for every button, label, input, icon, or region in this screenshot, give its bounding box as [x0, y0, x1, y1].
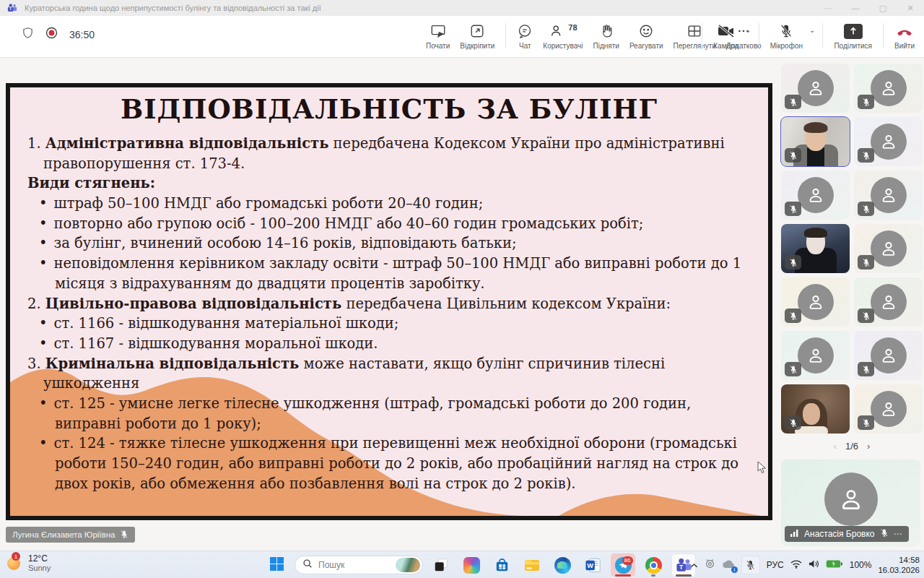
language-indicator[interactable]: РУС: [767, 560, 784, 570]
task-view-taskbar-icon[interactable]: [429, 553, 453, 577]
taskbar-search[interactable]: Пошук: [295, 556, 423, 574]
participant-avatar-tile[interactable]: [854, 277, 923, 327]
camera-button[interactable]: Камера: [708, 20, 744, 52]
word-taskbar-icon[interactable]: W: [580, 553, 605, 577]
participant-avatar-tile[interactable]: [854, 224, 923, 273]
participant-count-badge: 78: [568, 23, 577, 32]
mic-chevron-icon[interactable]: ⌄: [809, 26, 815, 34]
mic-off-icon: [779, 22, 793, 40]
pinned-participant-name: Анастасія Бровко: [804, 529, 875, 539]
presenter-name-pill: Лугина Єлизавета Юріївна: [6, 527, 135, 543]
edge-taskbar-icon[interactable]: [550, 553, 575, 577]
camera-chevron-icon[interactable]: ⌄: [745, 26, 751, 34]
recording-icon: [45, 27, 58, 42]
participant-avatar-tile[interactable]: [781, 64, 850, 113]
meeting-stage: ВІДПОВІДАЛЬНІСТЬ ЗА БУЛІНГ 1. Адміністра…: [0, 58, 924, 551]
participant-avatar-tile[interactable]: [854, 117, 923, 166]
participant-avatar-tile[interactable]: [854, 384, 923, 434]
mic-muted-icon: [785, 415, 801, 430]
speaker-icon[interactable]: [808, 558, 819, 571]
chrome-taskbar-icon[interactable]: [641, 553, 666, 577]
slide-paragraph: 1. Адміністративна відповідальність пере…: [27, 134, 751, 173]
slide-paragraph: •повторно або групою осіб - 100–200 НМДГ…: [27, 214, 751, 234]
tray-date: 16.03.2026: [878, 565, 920, 575]
avatar: [871, 337, 907, 374]
slide-paragraph: •ст. 1167 - відшкодування моральної шкод…: [27, 334, 751, 354]
participant-avatar-tile[interactable]: [854, 64, 923, 113]
pagination-next-icon[interactable]: ›: [867, 441, 870, 452]
slide-paragraph: •ст. 125 - умисне легке тілесне ушкоджен…: [27, 394, 751, 434]
window-close-button[interactable]: ✕: [897, 0, 924, 16]
participant-video-tile[interactable]: [781, 224, 850, 273]
chat-button[interactable]: Чат: [512, 20, 538, 52]
window-titlebar: T Кураторська година щодо неприпустимост…: [0, 0, 924, 16]
unpin-button[interactable]: Відкріпити: [455, 20, 500, 52]
meeting-timer: 36:50: [69, 29, 95, 40]
avatar: [871, 70, 907, 106]
people-button[interactable]: 78Користувачі: [538, 20, 588, 52]
slide-paragraph: 3. Кримінальна відповідальність може нас…: [27, 354, 751, 394]
start-button[interactable]: [264, 553, 289, 577]
participant-avatar-tile[interactable]: [781, 171, 850, 220]
slide-paragraph: •за булінг, вчинений особою 14–16 років,…: [27, 233, 751, 254]
pagination-prev-icon[interactable]: ‹: [834, 441, 837, 452]
tray-mic-muted-icon[interactable]: [741, 556, 760, 574]
participant-avatar-tile[interactable]: [781, 331, 850, 380]
toolbar-button-label: Користувачі: [543, 42, 583, 50]
window-maximize-button[interactable]: ▢: [869, 0, 897, 16]
wifi-icon[interactable]: [790, 558, 802, 571]
mic-muted-icon: [120, 530, 128, 540]
toolbar-button-label: Відкріпити: [460, 42, 494, 50]
signal-bars-icon: [790, 529, 799, 539]
participant-video-tile[interactable]: [781, 117, 850, 166]
avatar: [871, 284, 907, 320]
participant-avatar-tile[interactable]: [854, 331, 923, 380]
store-taskbar-icon[interactable]: [489, 553, 514, 577]
battery-icon[interactable]: [826, 558, 843, 571]
start-share-button[interactable]: Почати: [421, 20, 455, 52]
react-button[interactable]: Реагувати: [624, 20, 668, 52]
participant-video-tile[interactable]: [781, 384, 850, 434]
slide-paragraph: 2. Цивільно-правова відповідальність пер…: [27, 294, 751, 314]
participant-avatar-tile[interactable]: [781, 277, 850, 327]
chat-icon: [517, 22, 533, 40]
more-options-icon[interactable]: ⋯: [894, 529, 903, 539]
participants-pagination: ‹ 1/6 ›: [781, 436, 923, 455]
tray-time: 14:58: [878, 555, 920, 565]
copilot-taskbar-icon[interactable]: [459, 553, 484, 577]
tray-chevron-icon[interactable]: [690, 558, 698, 571]
toolbar-button-label: Підняти: [593, 42, 619, 50]
mic-button[interactable]: Мікрофон: [765, 20, 808, 52]
pinned-participant-badge: Анастасія Бровко ⋯: [785, 526, 909, 542]
mic-muted-icon: [858, 255, 874, 269]
file-explorer-taskbar-icon[interactable]: [520, 553, 544, 577]
slide-paragraph: •ст. 124 - тяжке тілесне ушкодження при …: [27, 434, 751, 493]
clock-widget[interactable]: 14:58 16.03.2026: [878, 555, 920, 576]
slide-title: ВІДПОВІДАЛЬНІСТЬ ЗА БУЛІНГ: [27, 93, 751, 125]
mic-muted-icon: [858, 95, 874, 109]
search-icon: [302, 558, 313, 571]
onedrive-icon[interactable]: i: [722, 558, 735, 571]
window-minimize-button[interactable]: —: [842, 0, 869, 16]
windows-taskbar: 1 12°C Sunny ПошукW86T i РУС 100%: [0, 551, 924, 578]
shield-icon: [22, 26, 34, 43]
share-button[interactable]: Поділитися: [829, 20, 877, 52]
leave-button[interactable]: Вийти: [889, 20, 920, 52]
mic-muted-icon: [785, 148, 801, 163]
participant-avatar-tile[interactable]: [854, 171, 923, 220]
screenshare-start-icon: [430, 22, 447, 40]
mic-muted-icon: [880, 528, 889, 540]
window-more-button[interactable]: ⋯: [814, 0, 842, 16]
raise-hand-icon: [598, 22, 614, 40]
mic-muted-icon: [785, 202, 801, 216]
mic-muted-icon: [785, 255, 801, 269]
raise-hand-button[interactable]: Підняти: [588, 20, 624, 52]
svg-text:W: W: [587, 562, 593, 569]
avatar: [871, 230, 907, 267]
weather-widget[interactable]: 1 12°C Sunny: [6, 553, 51, 572]
tray-app-icon[interactable]: [705, 558, 715, 572]
weather-sun-icon: 1: [6, 554, 23, 571]
teams-app-icon: T: [7, 3, 17, 13]
telegram-taskbar-icon[interactable]: 86: [611, 553, 635, 577]
pinned-participant-tile[interactable]: Анастасія Бровко ⋯: [781, 460, 920, 546]
